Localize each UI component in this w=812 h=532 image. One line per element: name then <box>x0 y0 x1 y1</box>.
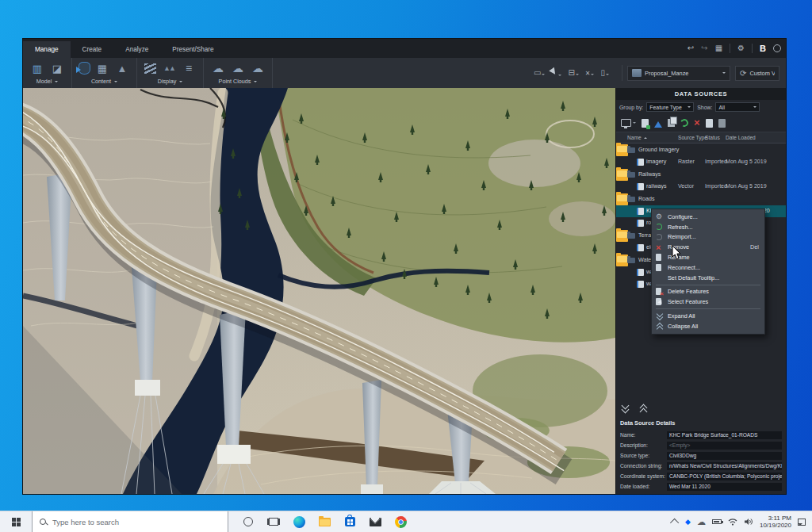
group-by-select[interactable]: Feature Type <box>646 102 694 112</box>
file-explorer-button[interactable] <box>317 515 331 529</box>
column-header-status[interactable]: Status <box>705 132 720 143</box>
tree-folder-water-areas[interactable]: Water Areas <box>616 255 628 266</box>
display-list-icon[interactable] <box>182 62 196 75</box>
menu-item-reimport[interactable]: Reimport... <box>652 232 764 243</box>
proposal-dropdown[interactable]: Proposal_Manze <box>627 66 730 81</box>
ribbon-group-label[interactable]: Model <box>36 77 59 86</box>
measure-tool[interactable] <box>568 69 578 77</box>
menu-item-configure[interactable]: Configure... <box>652 212 764 222</box>
screen-tool[interactable] <box>534 69 545 77</box>
tree-item-imagery[interactable]: imageryRasterImportedMon Aug 5 2019 <box>616 156 786 168</box>
tab-create[interactable]: Create <box>71 41 114 58</box>
menu-item-expand-all[interactable]: Expand All <box>652 311 764 321</box>
locate-3d-icon[interactable] <box>654 117 662 129</box>
volume-icon[interactable] <box>744 518 753 526</box>
settings-gear-icon[interactable] <box>737 44 745 52</box>
tray-expand-icon[interactable] <box>670 519 679 527</box>
wifi-icon[interactable] <box>728 518 737 526</box>
column-header-name[interactable]: Name <box>627 132 647 143</box>
report-doc-icon[interactable] <box>706 119 713 128</box>
layers-icon[interactable] <box>144 63 156 74</box>
column-header-date-loaded[interactable]: Date Loaded <box>726 132 756 143</box>
action-center-icon[interactable] <box>798 519 806 526</box>
task-view-button[interactable] <box>266 515 281 529</box>
detail-value[interactable]: n/Whats New/Civil Structures/Alignments/… <box>667 462 782 470</box>
copy-source-icon[interactable] <box>668 119 675 127</box>
tree-folder-roads[interactable]: Roads <box>616 193 628 205</box>
column-header-source-type[interactable]: Source Type <box>678 132 707 143</box>
pointer-tool[interactable] <box>551 68 561 78</box>
collapse-caret-icon[interactable] <box>619 198 624 203</box>
tools-tool[interactable] <box>585 69 595 77</box>
viewport-3d-scene[interactable] <box>23 88 615 494</box>
tab-manage[interactable]: Manage <box>23 41 71 58</box>
menu-item-reconnect[interactable]: Reconnect... <box>652 262 764 273</box>
tab-analyze[interactable]: Analyze <box>113 41 160 58</box>
shaded-triangles-icon[interactable] <box>162 62 176 75</box>
add-source-icon[interactable] <box>642 119 649 128</box>
building-icon[interactable] <box>95 62 109 75</box>
menu-item-collapse-all[interactable]: Collapse All <box>652 321 764 331</box>
edge-button[interactable] <box>292 515 306 529</box>
undo-icon[interactable] <box>688 44 694 52</box>
terrain-rock-icon[interactable] <box>115 62 129 75</box>
tree-folder-terrain[interactable]: Terrain <box>616 230 628 242</box>
collapse-caret-icon[interactable] <box>619 235 624 239</box>
menu-item-delete-features[interactable]: Delete Features <box>652 287 764 297</box>
tree-item-railways[interactable]: railwaysVectorImportedMon Aug 5 2019 <box>616 181 786 193</box>
detail-value[interactable]: Civil3DDwg <box>667 452 782 460</box>
chrome-button[interactable] <box>393 515 408 529</box>
ribbon-group-icons <box>79 59 129 77</box>
context-menu: Configure...Refresh...Reimport...RemoveD… <box>651 209 765 335</box>
show-select[interactable]: All <box>715 102 760 112</box>
redo-icon[interactable] <box>701 44 707 52</box>
cortana-button[interactable] <box>241 515 255 529</box>
preview-display-icon[interactable] <box>621 119 636 127</box>
panel-tool[interactable] <box>600 69 609 77</box>
ribbon-group-label[interactable]: Content <box>91 77 117 86</box>
tree-folder-railways[interactable]: Railways <box>616 169 628 181</box>
detail-value[interactable]: <Empty> <box>667 442 782 450</box>
search-ring-icon[interactable] <box>773 44 781 52</box>
start-button[interactable] <box>0 511 32 532</box>
battery-icon[interactable] <box>712 519 722 524</box>
search-input[interactable]: Type here to search <box>32 511 228 532</box>
remove-icon[interactable]: × <box>694 119 700 127</box>
details-footer-icons <box>621 404 648 413</box>
ribbon-spacer <box>273 58 527 88</box>
collapse-caret-icon[interactable] <box>619 149 624 154</box>
onedrive-cloud-icon[interactable]: ☁ <box>697 518 706 526</box>
data-sources-icon[interactable] <box>79 63 90 74</box>
collapse-caret-icon[interactable] <box>619 259 624 264</box>
collapse-caret-icon[interactable] <box>619 174 624 178</box>
ribbon-group-label[interactable]: Point Clouds <box>219 77 258 86</box>
bentley-logo-icon[interactable]: B <box>760 44 766 53</box>
snapshot-doc-icon[interactable] <box>718 119 726 128</box>
mail-button[interactable] <box>368 515 382 529</box>
cloud-terrain-icon[interactable] <box>231 62 245 75</box>
layout-grid-icon[interactable] <box>715 44 722 52</box>
detail-value[interactable]: KHC Park Bridge Surface_01-ROADS <box>667 431 782 439</box>
cloud-lines-icon[interactable] <box>251 62 265 75</box>
dropbox-icon[interactable]: ◆ <box>685 519 691 526</box>
sheet-icon[interactable] <box>50 62 64 75</box>
model-view-icon[interactable] <box>30 62 44 75</box>
tab-present-share[interactable]: Present/Share <box>160 41 225 58</box>
menu-item-refresh[interactable]: Refresh... <box>652 222 764 232</box>
detail-value[interactable]: CANBC-POLY (British Columbia; Polyconic … <box>667 473 782 480</box>
detail-value[interactable]: Wed Mar 11 2020 <box>667 483 782 491</box>
menu-item-remove[interactable]: RemoveDel <box>652 242 764 252</box>
menu-item-set-default-tooltip[interactable]: Set Default Tooltip... <box>652 273 764 283</box>
menu-item-select-features[interactable]: Select Features <box>652 297 764 307</box>
expand-details-icon[interactable] <box>621 404 630 413</box>
cloud-lock-icon[interactable] <box>211 62 225 75</box>
store-button[interactable] <box>343 515 357 529</box>
custom-view-button[interactable]: Custom Vi <box>735 66 779 81</box>
ribbon-group-label[interactable]: Display <box>158 77 183 86</box>
menu-item-rename[interactable]: Rename <box>652 252 764 262</box>
refresh-icon[interactable] <box>680 119 688 127</box>
chevron-down-icon <box>591 74 594 77</box>
clock[interactable]: 3:11 PM 10/19/2020 <box>760 515 791 529</box>
tree-folder-ground-imagery[interactable]: Ground Imagery <box>616 144 628 156</box>
collapse-details-icon[interactable] <box>639 404 648 413</box>
